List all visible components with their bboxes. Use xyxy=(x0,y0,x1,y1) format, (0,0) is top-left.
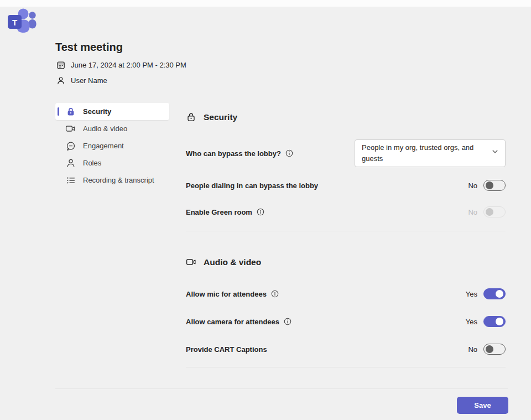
video-camera-icon xyxy=(186,257,196,267)
sidebar-item-label: Audio & video xyxy=(83,125,127,133)
sidebar-item-recording-transcript[interactable]: Recording & transcript xyxy=(55,172,169,189)
sidebar-item-roles[interactable]: Roles xyxy=(55,154,169,172)
allow-mic-row: Allow mic for attendees Yes xyxy=(186,288,506,300)
section-divider xyxy=(186,231,506,231)
dial-in-bypass-toggle[interactable] xyxy=(483,180,506,191)
allow-mic-label: Allow mic for attendees xyxy=(186,290,267,298)
dial-in-bypass-label: People dialing in can bypass the lobby xyxy=(186,182,318,190)
sidebar-item-security[interactable]: Security xyxy=(55,103,169,120)
toggle-state-label: No xyxy=(468,182,477,190)
toggle-group: Yes xyxy=(466,288,506,299)
row-label: Allow mic for attendees xyxy=(186,290,279,298)
row-label: Who can bypass the lobby? xyxy=(186,139,293,167)
meeting-datetime-row: June 17, 2024 at 2:00 PM - 2:30 PM xyxy=(55,60,186,70)
sidebar-item-engagement[interactable]: Engagement xyxy=(55,137,169,154)
cart-captions-label: Provide CART Captions xyxy=(186,345,267,354)
sidebar-item-label: Roles xyxy=(83,159,101,167)
allow-camera-toggle[interactable] xyxy=(483,316,506,327)
lobby-bypass-label: Who can bypass the lobby? xyxy=(186,149,281,158)
info-icon[interactable] xyxy=(271,290,279,298)
section-title: Security xyxy=(204,112,237,122)
top-strip xyxy=(0,0,531,7)
dial-in-bypass-row: People dialing in can bypass the lobby N… xyxy=(186,179,506,191)
settings-sidebar: Security Audio & video Engagement xyxy=(55,103,169,189)
lock-icon xyxy=(65,106,76,117)
toggle-group: No xyxy=(468,180,506,191)
svg-text:T: T xyxy=(12,18,17,27)
row-label: Provide CART Captions xyxy=(186,345,267,354)
toggle-knob xyxy=(496,318,503,325)
toggle-state-label: Yes xyxy=(466,318,477,326)
info-icon[interactable] xyxy=(257,208,264,216)
cart-captions-toggle[interactable] xyxy=(483,344,506,355)
toggle-group: No xyxy=(468,344,506,355)
person-icon xyxy=(55,75,66,86)
person-icon xyxy=(65,158,76,168)
toggle-state-label: No xyxy=(468,208,477,216)
audio-video-section-heading: Audio & video xyxy=(186,257,261,267)
sidebar-item-label: Security xyxy=(83,107,111,116)
teams-logo: T xyxy=(7,8,38,35)
organizer-row: User Name xyxy=(55,75,107,86)
green-room-label: Enable Green room xyxy=(186,208,252,216)
toggle-group: No xyxy=(468,206,506,217)
allow-mic-toggle[interactable] xyxy=(483,288,506,299)
green-room-row: Enable Green room No xyxy=(186,206,506,218)
allow-camera-row: Allow camera for attendees Yes xyxy=(186,315,506,328)
lobby-bypass-dropdown[interactable]: People in my org, trusted orgs, and gues… xyxy=(355,139,506,167)
toggle-group: Yes xyxy=(466,316,506,327)
meeting-datetime: June 17, 2024 at 2:00 PM - 2:30 PM xyxy=(71,61,186,69)
row-label: Enable Green room xyxy=(186,208,264,216)
toggle-state-label: No xyxy=(468,345,477,354)
calendar-icon xyxy=(55,60,66,70)
row-label: People dialing in can bypass the lobby xyxy=(186,182,318,190)
toggle-knob xyxy=(486,345,493,353)
green-room-toggle xyxy=(483,206,506,217)
bullet-list-icon xyxy=(65,175,76,185)
save-button[interactable]: Save xyxy=(457,397,508,414)
chat-bubble-icon xyxy=(65,141,76,151)
sidebar-item-audio-video[interactable]: Audio & video xyxy=(55,120,169,137)
security-section-heading: Security xyxy=(186,112,237,122)
section-title: Audio & video xyxy=(204,257,261,267)
meeting-options-page: T Test meeting June 17, 2024 at 2:00 PM … xyxy=(0,0,531,420)
video-camera-icon xyxy=(65,123,76,134)
lock-icon xyxy=(186,112,196,122)
cart-captions-row: Provide CART Captions No xyxy=(186,343,506,355)
row-label: Allow camera for attendees xyxy=(186,318,291,326)
organizer-name: User Name xyxy=(71,76,107,85)
toggle-knob xyxy=(496,290,503,298)
sidebar-item-label: Engagement xyxy=(83,142,124,150)
info-icon[interactable] xyxy=(284,318,291,325)
sidebar-item-label: Recording & transcript xyxy=(83,176,154,184)
footer-divider xyxy=(55,388,508,389)
lobby-bypass-row: Who can bypass the lobby? People in my o… xyxy=(186,139,506,167)
toggle-knob xyxy=(486,208,493,216)
toggle-state-label: Yes xyxy=(466,290,477,298)
dropdown-value: People in my org, trusted orgs, and gues… xyxy=(362,142,485,164)
chevron-down-icon xyxy=(491,148,499,159)
info-icon[interactable] xyxy=(285,149,293,157)
toggle-knob xyxy=(486,182,493,189)
meeting-title: Test meeting xyxy=(55,41,123,54)
allow-camera-label: Allow camera for attendees xyxy=(186,318,279,326)
section-divider xyxy=(186,367,506,367)
